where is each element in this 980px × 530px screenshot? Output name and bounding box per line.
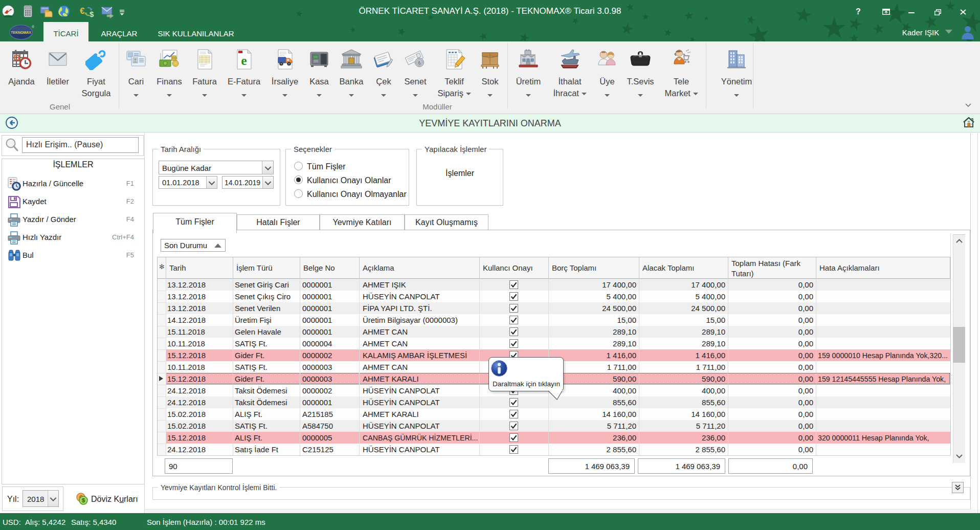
svg-text:®: ® [32, 25, 34, 29]
svg-text:$: $ [82, 497, 85, 503]
svg-text:₺: ₺ [418, 60, 421, 65]
svg-text:e: e [241, 53, 247, 68]
svg-text:€: € [80, 6, 85, 16]
svg-text:TEKNOMAX: TEKNOMAX [11, 31, 31, 34]
svg-text:$: $ [90, 10, 94, 18]
